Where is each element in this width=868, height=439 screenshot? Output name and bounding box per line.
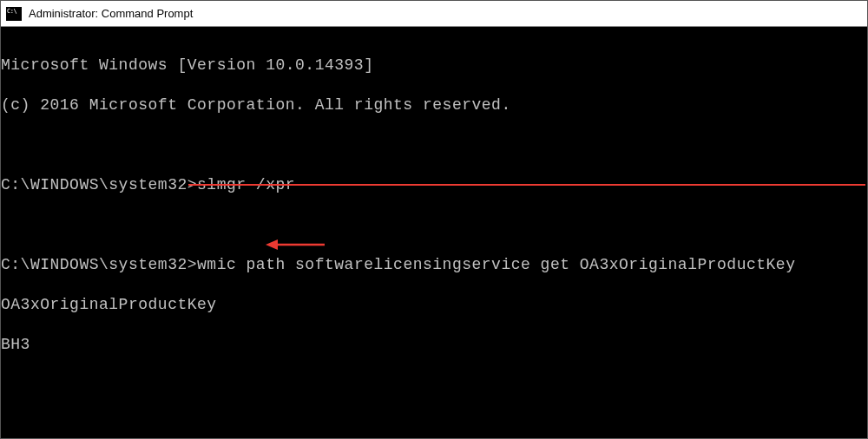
command-prompt-window: Administrator: Command Prompt Microsoft … bbox=[0, 0, 868, 439]
prompt-text: C:\WINDOWS\system32> bbox=[1, 256, 197, 273]
blank-line bbox=[1, 135, 867, 155]
banner-line-2: (c) 2016 Microsoft Corporation. All righ… bbox=[1, 95, 867, 115]
output-header: OA3xOriginalProductKey bbox=[1, 295, 867, 315]
command-line-2: C:\WINDOWS\system32>wmic path softwareli… bbox=[1, 255, 867, 275]
titlebar[interactable]: Administrator: Command Prompt bbox=[1, 1, 867, 27]
prompt-text: C:\WINDOWS\system32> bbox=[1, 176, 197, 193]
blank-line bbox=[1, 415, 867, 435]
terminal-area[interactable]: Microsoft Windows [Version 10.0.14393] (… bbox=[1, 27, 867, 438]
blank-line bbox=[1, 375, 867, 395]
annotation-underline bbox=[188, 184, 865, 186]
window-title: Administrator: Command Prompt bbox=[29, 7, 193, 20]
output-value: BH3 bbox=[1, 335, 867, 355]
blank-line bbox=[1, 215, 867, 235]
annotation-arrow-icon bbox=[266, 198, 326, 292]
svg-marker-1 bbox=[266, 239, 278, 250]
banner-line-1: Microsoft Windows [Version 10.0.14393] bbox=[1, 56, 867, 75]
cmd-icon bbox=[6, 7, 22, 21]
